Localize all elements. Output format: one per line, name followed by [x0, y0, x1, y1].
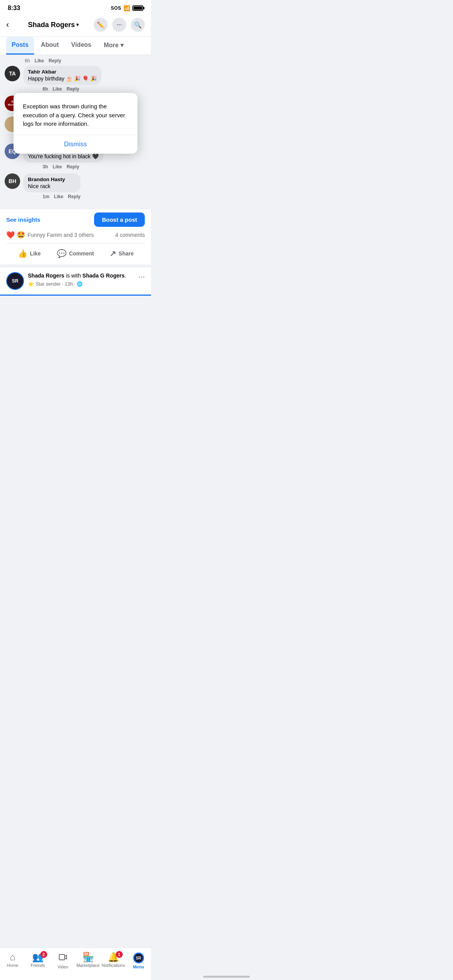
- like-label: Like: [30, 250, 41, 257]
- tab-more[interactable]: More ▾: [98, 37, 129, 55]
- comment-time-ehtasham: 3h: [43, 164, 48, 170]
- tab-about[interactable]: About: [36, 37, 64, 55]
- like-btn-ehtasham[interactable]: Like: [53, 164, 62, 170]
- comment-meta-brandon: 1m Like Reply: [43, 194, 81, 199]
- status-icons: SOS 📶: [111, 5, 143, 11]
- star-icon: ⭐: [28, 281, 34, 287]
- comments-count[interactable]: 4 comments: [115, 232, 145, 238]
- edit-button[interactable]: ✏️: [94, 18, 108, 32]
- next-post-title: Shada Rogers is with Shada G Rogers.: [28, 272, 134, 280]
- tab-videos[interactable]: Videos: [66, 37, 97, 55]
- status-bar: 8:33 SOS 📶: [0, 0, 151, 15]
- reaction-emojis[interactable]: ❤️ 🤩: [6, 231, 25, 239]
- insights-boost-row: See insights Boost a post: [6, 212, 145, 227]
- reply-action-top[interactable]: Reply: [48, 58, 61, 63]
- comment-meta-top: 6h Like Reply: [24, 58, 146, 63]
- next-post-preposition: is with: [66, 272, 81, 279]
- share-action-button[interactable]: ↗ Share: [99, 246, 145, 261]
- title-dropdown-icon[interactable]: ▾: [76, 22, 79, 27]
- comment-brandon: BH Brandon Hasty Nice rack 1m Like Reply: [5, 173, 146, 199]
- comment-label: Comment: [69, 250, 94, 257]
- comment-text-brandon: Nice rack: [28, 183, 76, 189]
- back-button[interactable]: ‹: [6, 20, 9, 30]
- next-post-more-button[interactable]: ···: [138, 272, 145, 281]
- like-btn-brandon[interactable]: Like: [54, 194, 63, 199]
- comment-author-tahir: Tahir Akbar: [28, 69, 97, 75]
- comment-text-tahir: Happy birthday 🎂 🎉 🎈 🎉: [28, 75, 97, 82]
- reactors-text: Funnyy Famm and 3 others: [27, 232, 94, 238]
- comment-bubble-brandon: Brandon Hasty Nice rack: [23, 173, 81, 192]
- more-options-button[interactable]: ···: [112, 18, 126, 32]
- comment-author-brandon: Brandon Hasty: [28, 176, 76, 182]
- next-post-info: Shada Rogers is with Shada G Rogers. ⭐ S…: [28, 272, 134, 287]
- reactions-left: ❤️ 🤩 Funnyy Famm and 3 others: [6, 231, 94, 239]
- profile-name: Shada Rogers: [28, 21, 75, 29]
- next-post-meta-text: Star sender · 13h · 🌐: [36, 281, 83, 287]
- error-dialog: Exception was thrown during the executio…: [14, 93, 137, 154]
- search-button[interactable]: 🔍: [131, 18, 145, 32]
- bottom-spacer: [0, 296, 151, 327]
- comment-tahir: TA Tahir Akbar Happy birthday 🎂 🎉 🎈 🎉 6h…: [5, 66, 146, 92]
- next-post-author: Shada Rogers: [28, 272, 64, 279]
- comment-bubble-tahir: Tahir Akbar Happy birthday 🎂 🎉 🎈 🎉: [23, 66, 101, 85]
- comment-time-brandon: 1m: [43, 194, 49, 199]
- dialog-message: Exception was thrown during the executio…: [23, 102, 128, 128]
- profile-tabs: Posts About Videos More ▾: [0, 37, 151, 55]
- next-post-period: .: [125, 272, 126, 279]
- comment-action-button[interactable]: 💬 Comment: [52, 246, 98, 261]
- status-time: 8:33: [8, 5, 20, 12]
- avatar-brandon[interactable]: BH: [5, 173, 20, 189]
- share-label: Share: [118, 250, 134, 257]
- dismiss-button[interactable]: Dismiss: [14, 135, 137, 154]
- comment-meta-tahir: 6h Like Reply: [43, 86, 101, 92]
- header-actions: ✏️ ··· 🔍: [94, 18, 145, 32]
- comment-text-ehtasham: You're fucking hot in black 🖤: [28, 153, 99, 159]
- profile-header: ‹ Shada Rogers ▾ ✏️ ··· 🔍: [0, 15, 151, 37]
- reply-btn-ehtasham[interactable]: Reply: [67, 164, 79, 170]
- reply-btn-tahir[interactable]: Reply: [67, 86, 79, 92]
- content-area: 6h Like Reply TA Tahir Akbar Happy birth…: [0, 55, 151, 327]
- comment-icon: 💬: [57, 249, 67, 258]
- edit-icon: ✏️: [97, 21, 105, 29]
- avatar-tahir[interactable]: TA: [5, 66, 20, 81]
- search-icon: 🔍: [134, 21, 142, 29]
- like-action-button[interactable]: 👍 Like: [6, 246, 52, 261]
- see-insights-link[interactable]: See insights: [6, 216, 40, 223]
- wifi-icon: 📶: [124, 5, 130, 11]
- boost-post-button[interactable]: Boost a post: [94, 212, 145, 227]
- reply-btn-brandon[interactable]: Reply: [68, 194, 81, 199]
- profile-title: Shada Rogers ▾: [13, 21, 94, 29]
- more-icon: ···: [117, 21, 122, 28]
- comment-meta-ehtasham: 3h Like Reply: [43, 164, 103, 170]
- comment-time-tahir: 6h: [43, 86, 48, 92]
- dialog-body: Exception was thrown during the executio…: [14, 93, 137, 135]
- like-icon: 👍: [18, 249, 27, 258]
- post-actions-section: See insights Boost a post ❤️ 🤩 Funnyy Fa…: [0, 209, 151, 264]
- reactions-row: ❤️ 🤩 Funnyy Famm and 3 others 4 comments: [6, 231, 145, 239]
- like-btn-tahir[interactable]: Like: [53, 86, 62, 92]
- sos-indicator: SOS: [111, 5, 121, 11]
- like-action-top[interactable]: Like: [34, 58, 44, 63]
- tab-posts[interactable]: Posts: [6, 37, 34, 55]
- next-post-preview: SR Shada Rogers is with Shada G Rogers. …: [0, 267, 151, 296]
- action-buttons: 👍 Like 💬 Comment ↗ Share: [6, 243, 145, 261]
- next-post-avatar[interactable]: SR: [6, 272, 24, 290]
- next-post-meta: ⭐ Star sender · 13h · 🌐: [28, 281, 134, 287]
- battery-icon: [132, 5, 143, 11]
- share-icon: ↗: [110, 249, 116, 258]
- next-post-tagged: Shada G Rogers: [82, 272, 125, 279]
